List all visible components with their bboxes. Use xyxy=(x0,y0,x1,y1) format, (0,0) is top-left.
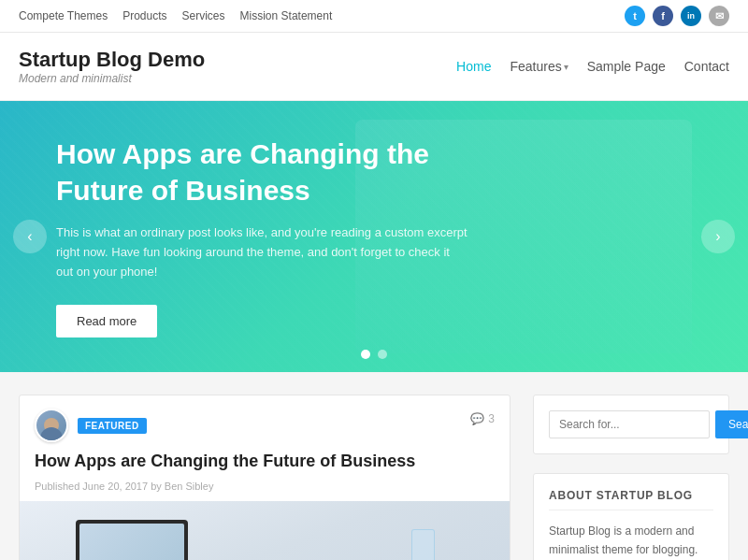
topbar-services[interactable]: Services xyxy=(182,9,225,22)
slider-dot-1[interactable] xyxy=(361,350,370,359)
about-widget: ABOUT STARTUP BLOG Startup Blog is a mod… xyxy=(533,473,729,560)
comment-number: 3 xyxy=(488,412,495,425)
sidebar: Search ABOUT STARTUP BLOG Startup Blog i… xyxy=(533,395,729,560)
topbar-products[interactable]: Products xyxy=(122,9,166,22)
slider-next-button[interactable]: › xyxy=(701,220,735,253)
content-area: FEATURED How Apps are Changing the Futur… xyxy=(19,395,511,560)
about-title: ABOUT STARTUP BLOG xyxy=(549,489,713,510)
post-title[interactable]: How Apps are Changing the Future of Busi… xyxy=(35,450,470,473)
site-tagline: Modern and minimalist xyxy=(19,72,205,85)
hero-title: How Apps are Changing the Future of Busi… xyxy=(56,136,468,208)
post-card-header: FEATURED How Apps are Changing the Futur… xyxy=(20,395,510,481)
search-input[interactable] xyxy=(549,410,710,438)
post-published: Published June 20, 2017 by Ben Sibley xyxy=(20,481,510,501)
social-icons: t f in ✉ xyxy=(625,6,729,26)
hero-excerpt: This is what an ordinary post looks like… xyxy=(56,223,468,281)
monitor-screen xyxy=(79,524,184,560)
avatar xyxy=(35,409,68,442)
hero-slider: How Apps are Changing the Future of Busi… xyxy=(0,101,748,372)
monitor-decoration xyxy=(76,520,188,560)
site-title: Startup Blog Demo xyxy=(19,48,205,72)
slider-dots xyxy=(361,350,387,359)
about-text: Startup Blog is a modern and minimalist … xyxy=(549,522,713,560)
site-header: Startup Blog Demo Modern and minimalist … xyxy=(0,33,748,101)
main-nav: Home Features ▾ Sample Page Contact xyxy=(456,59,729,74)
main-container: FEATURED How Apps are Changing the Futur… xyxy=(0,372,748,560)
slider-dot-2[interactable] xyxy=(378,350,387,359)
linkedin-icon[interactable]: in xyxy=(681,6,701,26)
post-header-left: FEATURED How Apps are Changing the Futur… xyxy=(35,409,470,473)
about-text-1: Startup Blog is a modern and minimalist … xyxy=(549,522,713,560)
slider-prev-button[interactable]: ‹ xyxy=(13,220,47,253)
search-widget: Search xyxy=(533,395,729,454)
search-button[interactable]: Search xyxy=(715,410,748,438)
hero-content: How Apps are Changing the Future of Busi… xyxy=(0,101,524,372)
features-chevron-icon: ▾ xyxy=(564,62,568,72)
top-bar: Compete Themes Products Services Mission… xyxy=(0,0,748,33)
glass-decoration xyxy=(411,529,435,560)
comment-count: 💬 3 xyxy=(470,412,495,425)
site-branding: Startup Blog Demo Modern and minimalist xyxy=(19,48,205,85)
nav-features[interactable]: Features ▾ xyxy=(510,59,568,74)
nav-contact[interactable]: Contact xyxy=(684,59,729,74)
comment-icon: 💬 xyxy=(470,412,484,425)
top-bar-nav: Compete Themes Products Services Mission… xyxy=(19,9,332,22)
post-meta-top: FEATURED xyxy=(35,409,470,442)
post-image xyxy=(20,501,510,560)
topbar-compete-themes[interactable]: Compete Themes xyxy=(19,9,108,22)
post-card: FEATURED How Apps are Changing the Futur… xyxy=(19,395,511,560)
twitter-icon[interactable]: t xyxy=(625,6,645,26)
topbar-mission-statement[interactable]: Mission Statement xyxy=(240,9,333,22)
search-row: Search xyxy=(549,410,713,438)
email-icon[interactable]: ✉ xyxy=(709,6,729,26)
avatar-body xyxy=(40,427,63,440)
nav-sample-page[interactable]: Sample Page xyxy=(587,59,666,74)
nav-home[interactable]: Home xyxy=(456,59,491,74)
facebook-icon[interactable]: f xyxy=(653,6,673,26)
read-more-button[interactable]: Read more xyxy=(56,305,157,337)
featured-badge: FEATURED xyxy=(78,418,147,434)
